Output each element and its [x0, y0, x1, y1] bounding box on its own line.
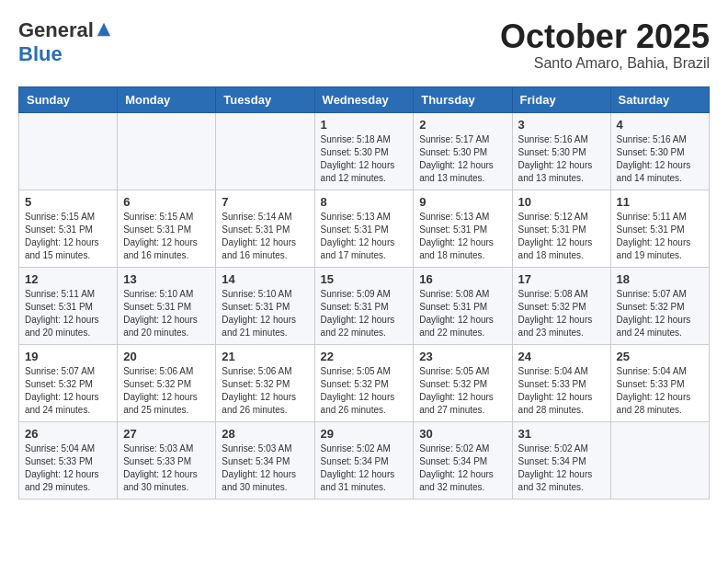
day-number: 2: [419, 118, 506, 132]
day-number: 8: [321, 195, 408, 209]
calendar-cell: 20Sunrise: 5:06 AM Sunset: 5:32 PM Dayli…: [118, 344, 216, 421]
day-number: 23: [419, 350, 506, 363]
calendar-table: SundayMondayTuesdayWednesdayThursdayFrid…: [18, 86, 710, 500]
day-info: Sunrise: 5:06 AM Sunset: 5:32 PM Dayligh…: [123, 365, 210, 417]
day-number: 7: [222, 195, 308, 209]
calendar-cell: [118, 112, 216, 190]
calendar-cell: 31Sunrise: 5:02 AM Sunset: 5:34 PM Dayli…: [512, 421, 610, 499]
day-info: Sunrise: 5:15 AM Sunset: 5:31 PM Dayligh…: [25, 211, 111, 262]
calendar-cell: [216, 112, 314, 190]
day-info: Sunrise: 5:04 AM Sunset: 5:33 PM Dayligh…: [25, 442, 111, 494]
calendar-cell: 15Sunrise: 5:09 AM Sunset: 5:31 PM Dayli…: [314, 267, 414, 344]
day-info: Sunrise: 5:13 AM Sunset: 5:31 PM Dayligh…: [321, 211, 408, 262]
day-info: Sunrise: 5:04 AM Sunset: 5:33 PM Dayligh…: [518, 365, 605, 417]
calendar-cell: 1Sunrise: 5:18 AM Sunset: 5:30 PM Daylig…: [314, 112, 414, 190]
calendar-cell: 22Sunrise: 5:05 AM Sunset: 5:32 PM Dayli…: [314, 344, 414, 421]
weekday-header-row: SundayMondayTuesdayWednesdayThursdayFrid…: [19, 86, 710, 112]
day-number: 9: [419, 195, 506, 209]
day-info: Sunrise: 5:02 AM Sunset: 5:34 PM Dayligh…: [321, 442, 408, 494]
day-number: 13: [123, 272, 210, 286]
day-number: 20: [123, 350, 210, 363]
day-number: 27: [123, 427, 210, 441]
day-number: 18: [617, 272, 703, 286]
day-info: Sunrise: 5:16 AM Sunset: 5:30 PM Dayligh…: [617, 133, 703, 185]
calendar-cell: [19, 112, 118, 190]
calendar-cell: 8Sunrise: 5:13 AM Sunset: 5:31 PM Daylig…: [314, 190, 414, 267]
weekday-header-tuesday: Tuesday: [216, 86, 314, 112]
calendar-cell: 11Sunrise: 5:11 AM Sunset: 5:31 PM Dayli…: [610, 190, 709, 267]
calendar-cell: 18Sunrise: 5:07 AM Sunset: 5:32 PM Dayli…: [610, 267, 709, 344]
day-number: 21: [222, 350, 308, 363]
weekday-header-monday: Monday: [118, 86, 216, 112]
week-row-4: 19Sunrise: 5:07 AM Sunset: 5:32 PM Dayli…: [19, 344, 710, 421]
logo-general: General: [18, 18, 94, 42]
day-info: Sunrise: 5:04 AM Sunset: 5:33 PM Dayligh…: [617, 365, 703, 417]
month-title: October 2025: [500, 18, 710, 55]
day-number: 10: [518, 195, 605, 209]
day-info: Sunrise: 5:08 AM Sunset: 5:32 PM Dayligh…: [518, 288, 605, 339]
week-row-2: 5Sunrise: 5:15 AM Sunset: 5:31 PM Daylig…: [19, 190, 710, 267]
day-info: Sunrise: 5:16 AM Sunset: 5:30 PM Dayligh…: [518, 133, 605, 185]
calendar-cell: 2Sunrise: 5:17 AM Sunset: 5:30 PM Daylig…: [414, 112, 512, 190]
logo-icon: [96, 21, 112, 38]
week-row-5: 26Sunrise: 5:04 AM Sunset: 5:33 PM Dayli…: [19, 421, 710, 499]
calendar-cell: 21Sunrise: 5:06 AM Sunset: 5:32 PM Dayli…: [216, 344, 314, 421]
calendar-cell: 28Sunrise: 5:03 AM Sunset: 5:34 PM Dayli…: [216, 421, 314, 499]
weekday-header-friday: Friday: [512, 86, 610, 112]
day-number: 4: [617, 118, 703, 132]
day-info: Sunrise: 5:18 AM Sunset: 5:30 PM Dayligh…: [321, 133, 408, 185]
day-info: Sunrise: 5:03 AM Sunset: 5:33 PM Dayligh…: [123, 442, 210, 494]
calendar-cell: 25Sunrise: 5:04 AM Sunset: 5:33 PM Dayli…: [610, 344, 709, 421]
week-row-1: 1Sunrise: 5:18 AM Sunset: 5:30 PM Daylig…: [19, 112, 710, 190]
calendar-cell: 30Sunrise: 5:02 AM Sunset: 5:34 PM Dayli…: [414, 421, 512, 499]
day-number: 11: [617, 195, 703, 209]
title-block: October 2025 Santo Amaro, Bahia, Brazil: [500, 18, 710, 72]
day-info: Sunrise: 5:05 AM Sunset: 5:32 PM Dayligh…: [419, 365, 506, 417]
calendar-cell: 23Sunrise: 5:05 AM Sunset: 5:32 PM Dayli…: [414, 344, 512, 421]
day-number: 14: [222, 272, 308, 286]
day-info: Sunrise: 5:02 AM Sunset: 5:34 PM Dayligh…: [518, 442, 605, 494]
calendar-cell: 13Sunrise: 5:10 AM Sunset: 5:31 PM Dayli…: [118, 267, 216, 344]
calendar-cell: 12Sunrise: 5:11 AM Sunset: 5:31 PM Dayli…: [19, 267, 118, 344]
weekday-header-sunday: Sunday: [19, 86, 118, 112]
day-number: 26: [25, 427, 111, 441]
calendar-cell: 5Sunrise: 5:15 AM Sunset: 5:31 PM Daylig…: [19, 190, 118, 267]
day-info: Sunrise: 5:06 AM Sunset: 5:32 PM Dayligh…: [222, 365, 308, 417]
day-number: 25: [617, 350, 703, 363]
calendar-cell: 9Sunrise: 5:13 AM Sunset: 5:31 PM Daylig…: [414, 190, 512, 267]
weekday-header-wednesday: Wednesday: [314, 86, 414, 112]
day-info: Sunrise: 5:15 AM Sunset: 5:31 PM Dayligh…: [123, 211, 210, 262]
day-number: 30: [419, 427, 506, 441]
calendar-cell: 3Sunrise: 5:16 AM Sunset: 5:30 PM Daylig…: [512, 112, 610, 190]
day-info: Sunrise: 5:17 AM Sunset: 5:30 PM Dayligh…: [419, 133, 506, 185]
day-number: 31: [518, 427, 605, 441]
week-row-3: 12Sunrise: 5:11 AM Sunset: 5:31 PM Dayli…: [19, 267, 710, 344]
calendar-cell: 17Sunrise: 5:08 AM Sunset: 5:32 PM Dayli…: [512, 267, 610, 344]
day-number: 6: [123, 195, 210, 209]
logo-blue: Blue: [18, 42, 63, 66]
svg-marker-0: [97, 23, 110, 36]
day-info: Sunrise: 5:09 AM Sunset: 5:31 PM Dayligh…: [321, 288, 408, 339]
day-number: 12: [25, 272, 111, 286]
day-number: 19: [25, 350, 111, 363]
weekday-header-saturday: Saturday: [610, 86, 709, 112]
day-info: Sunrise: 5:14 AM Sunset: 5:31 PM Dayligh…: [222, 211, 308, 262]
calendar-cell: 4Sunrise: 5:16 AM Sunset: 5:30 PM Daylig…: [610, 112, 709, 190]
calendar-cell: 16Sunrise: 5:08 AM Sunset: 5:31 PM Dayli…: [414, 267, 512, 344]
day-number: 5: [25, 195, 111, 209]
page-header: General Blue October 2025 Santo Amaro, B…: [18, 18, 710, 72]
day-info: Sunrise: 5:11 AM Sunset: 5:31 PM Dayligh…: [617, 211, 703, 262]
day-info: Sunrise: 5:03 AM Sunset: 5:34 PM Dayligh…: [222, 442, 308, 494]
day-info: Sunrise: 5:02 AM Sunset: 5:34 PM Dayligh…: [419, 442, 506, 494]
calendar-cell: 10Sunrise: 5:12 AM Sunset: 5:31 PM Dayli…: [512, 190, 610, 267]
calendar-cell: 29Sunrise: 5:02 AM Sunset: 5:34 PM Dayli…: [314, 421, 414, 499]
day-number: 29: [321, 427, 408, 441]
day-info: Sunrise: 5:10 AM Sunset: 5:31 PM Dayligh…: [222, 288, 308, 339]
day-number: 22: [321, 350, 408, 363]
day-number: 17: [518, 272, 605, 286]
calendar-cell: 7Sunrise: 5:14 AM Sunset: 5:31 PM Daylig…: [216, 190, 314, 267]
day-info: Sunrise: 5:05 AM Sunset: 5:32 PM Dayligh…: [321, 365, 408, 417]
calendar-cell: 24Sunrise: 5:04 AM Sunset: 5:33 PM Dayli…: [512, 344, 610, 421]
calendar-cell: 27Sunrise: 5:03 AM Sunset: 5:33 PM Dayli…: [118, 421, 216, 499]
day-number: 28: [222, 427, 308, 441]
